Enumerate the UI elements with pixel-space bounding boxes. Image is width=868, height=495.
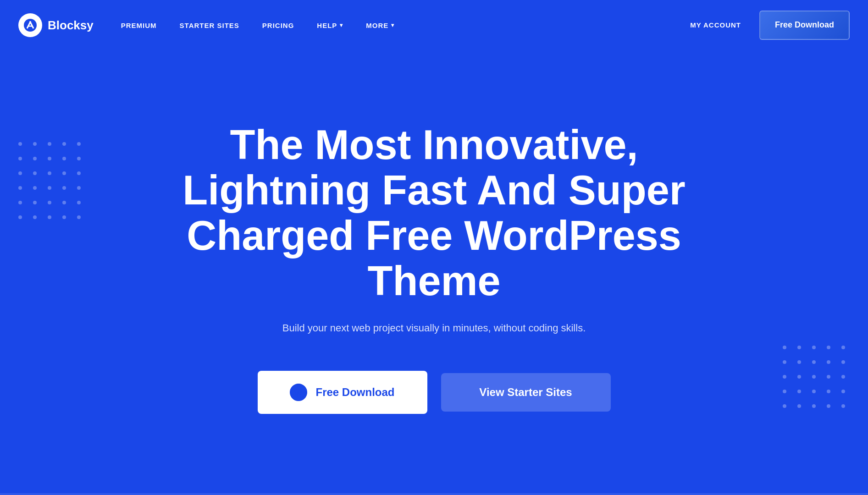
navbar: Blocksy PREMIUM STARTER SITES PRICING HE… xyxy=(0,0,868,50)
hero-subtitle: Build your next web project visually in … xyxy=(282,322,586,334)
logo-icon xyxy=(18,13,42,37)
my-account-link[interactable]: MY ACCOUNT xyxy=(690,21,741,29)
brand-name: Blocksy xyxy=(48,18,94,33)
dots-decoration-left xyxy=(18,142,85,224)
chevron-down-icon: ▾ xyxy=(340,22,343,28)
dots-decoration-right xyxy=(783,346,850,412)
svg-text:W: W xyxy=(294,387,303,397)
svg-point-0 xyxy=(24,19,37,32)
view-starter-label: View Starter Sites xyxy=(479,386,572,398)
nav-pricing[interactable]: PRICING xyxy=(262,22,294,29)
hero-view-starter-sites-button[interactable]: View Starter Sites xyxy=(441,373,611,412)
chevron-down-icon: ▾ xyxy=(391,22,394,28)
nav-links: PREMIUM STARTER SITES PRICING HELP ▾ MOR… xyxy=(121,22,690,29)
hero-title: The Most Innovative, Lightning Fast And … xyxy=(159,122,709,304)
nav-free-download-button[interactable]: Free Download xyxy=(759,11,850,39)
hero-buttons: W Free Download View Starter Sites xyxy=(258,371,611,414)
free-download-label: Free Download xyxy=(315,386,394,399)
svg-point-1 xyxy=(29,21,31,23)
nav-more[interactable]: MORE ▾ xyxy=(366,22,394,29)
logo-link[interactable]: Blocksy xyxy=(18,13,94,37)
hero-section: The Most Innovative, Lightning Fast And … xyxy=(0,50,868,495)
wordpress-icon: W xyxy=(290,384,307,401)
hero-free-download-button[interactable]: W Free Download xyxy=(258,371,427,414)
nav-right: MY ACCOUNT Free Download xyxy=(690,11,850,39)
nav-starter-sites[interactable]: STARTER SITES xyxy=(180,22,239,29)
nav-premium[interactable]: PREMIUM xyxy=(121,22,157,29)
nav-help[interactable]: HELP ▾ xyxy=(317,22,343,29)
